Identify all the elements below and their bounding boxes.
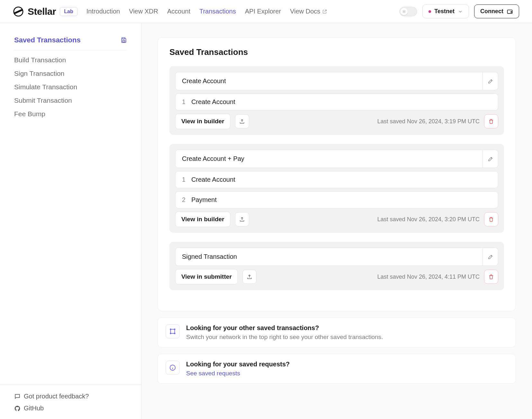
sidebar-title[interactable]: Saved Transactions [14, 36, 81, 44]
edit-icon [488, 156, 493, 162]
brand-name: Stellar [28, 6, 56, 17]
transaction-name[interactable]: Create Account + Pay [175, 150, 483, 168]
nav-item-introduction[interactable]: Introduction [86, 8, 120, 15]
edit-name-button[interactable] [483, 72, 498, 90]
operation-row: 1Create Account [175, 171, 498, 188]
nav-item-view-docs[interactable]: View Docs [290, 8, 327, 15]
network-label: Testnet [434, 8, 455, 15]
operation-label: Create Account [191, 98, 235, 106]
sidebar-item-submit-transaction[interactable]: Submit Transaction [14, 97, 127, 104]
feedback-link[interactable]: Got product feedback? [14, 393, 127, 400]
sidebar-item-sign-transaction[interactable]: Sign Transaction [14, 70, 127, 77]
theme-toggle[interactable] [399, 7, 417, 16]
save-icon[interactable] [121, 37, 127, 43]
nav-item-label: API Explorer [245, 8, 281, 15]
github-label: GitHub [24, 405, 44, 412]
network-selector[interactable]: Testnet [422, 4, 469, 18]
edit-name-button[interactable] [483, 150, 498, 168]
operation-index: 1 [182, 98, 185, 106]
operation-row: 2Payment [175, 191, 498, 208]
info-saved-requests: Looking for your saved requests? See sav… [158, 354, 516, 384]
primary-nav: IntroductionView XDRAccountTransactionsA… [86, 8, 328, 15]
see-saved-requests-link[interactable]: See saved requests [186, 370, 290, 377]
network-status-icon [428, 10, 431, 13]
sun-icon [401, 8, 408, 15]
edit-name-button[interactable] [483, 248, 498, 266]
nav-item-transactions[interactable]: Transactions [199, 8, 236, 15]
nav-item-api-explorer[interactable]: API Explorer [245, 8, 281, 15]
nav-item-label: Account [167, 8, 190, 15]
last-saved-timestamp: Last saved Nov 26, 2024, 4:11 PM UTC [377, 274, 480, 280]
sidebar-item-build-transaction[interactable]: Build Transaction [14, 56, 127, 64]
nav-item-view-xdr[interactable]: View XDR [129, 8, 158, 15]
delete-button[interactable] [484, 114, 498, 128]
info-text: Switch your network in the top right to … [186, 334, 383, 341]
info-other-networks: Looking for your other saved transaction… [158, 318, 516, 347]
operation-row: 1Create Account [175, 93, 498, 110]
feedback-label: Got product feedback? [24, 393, 89, 400]
page-title: Saved Transactions [169, 47, 504, 57]
lab-badge: Lab [60, 7, 77, 16]
view-in-builder-button[interactable]: View in builder [175, 212, 230, 227]
sidebar: Saved Transactions Build TransactionSign… [0, 23, 141, 419]
github-link[interactable]: GitHub [14, 405, 127, 412]
nav-item-label: View Docs [290, 8, 320, 15]
edit-icon [488, 78, 493, 84]
trash-icon [488, 274, 494, 280]
connect-button[interactable]: Connect [474, 4, 519, 18]
transaction-name[interactable]: Signed Transaction [175, 248, 483, 266]
delete-button[interactable] [484, 270, 498, 284]
share-icon [239, 118, 245, 124]
trash-icon [488, 216, 494, 222]
github-icon [14, 405, 21, 412]
nav-item-label: Transactions [199, 8, 236, 15]
share-icon [239, 216, 245, 222]
sidebar-item-simulate-transaction[interactable]: Simulate Transaction [14, 83, 127, 91]
view-in-builder-button[interactable]: View in builder [175, 114, 230, 129]
network-icon [166, 324, 180, 338]
svg-rect-3 [123, 40, 125, 42]
operation-label: Create Account [191, 176, 235, 183]
header: Stellar Lab IntroductionView XDRAccountT… [0, 0, 532, 23]
delete-button[interactable] [484, 212, 498, 226]
nav-item-label: Introduction [86, 8, 120, 15]
external-link-icon [322, 9, 327, 14]
operation-index: 2 [182, 196, 185, 204]
trash-icon [488, 118, 494, 124]
wallet-icon [507, 8, 513, 15]
message-icon [14, 393, 21, 400]
info-title: Looking for your other saved transaction… [186, 324, 383, 332]
share-button[interactable] [235, 114, 249, 128]
info-icon [166, 361, 180, 375]
edit-icon [488, 254, 493, 260]
share-button[interactable] [242, 270, 257, 284]
svg-point-1 [403, 11, 405, 12]
last-saved-timestamp: Last saved Nov 26, 2024, 3:19 PM UTC [377, 118, 480, 125]
header-right: Testnet Connect [399, 4, 519, 18]
sidebar-item-fee-bump[interactable]: Fee Bump [14, 110, 127, 118]
sidebar-footer: Got product feedback? GitHub [0, 385, 141, 419]
operation-label: Payment [191, 196, 217, 204]
transaction-card: Create Account1Create AccountView in bui… [169, 66, 504, 135]
view-in-submitter-button[interactable]: View in submitter [175, 269, 238, 284]
logo[interactable]: Stellar Lab [13, 6, 77, 17]
operation-index: 1 [182, 176, 185, 183]
svg-rect-4 [171, 329, 175, 334]
transaction-name[interactable]: Create Account [175, 72, 483, 90]
main-content: Saved Transactions Create Account1Create… [141, 23, 532, 419]
nav-item-label: View XDR [129, 8, 158, 15]
chevron-down-icon [458, 9, 463, 14]
last-saved-timestamp: Last saved Nov 26, 2024, 3:20 PM UTC [377, 216, 480, 223]
share-icon [247, 274, 252, 280]
nav-item-account[interactable]: Account [167, 8, 190, 15]
share-button[interactable] [235, 212, 249, 226]
connect-label: Connect [480, 8, 503, 15]
sidebar-list: Build TransactionSign TransactionSimulat… [14, 56, 127, 118]
stellar-logo-icon [13, 6, 24, 17]
transaction-card: Signed TransactionView in submitterLast … [169, 242, 504, 290]
saved-transactions-card: Saved Transactions Create Account1Create… [158, 37, 516, 311]
info-title: Looking for your saved requests? [186, 361, 290, 368]
transaction-card: Create Account + Pay1Create Account2Paym… [169, 144, 504, 233]
